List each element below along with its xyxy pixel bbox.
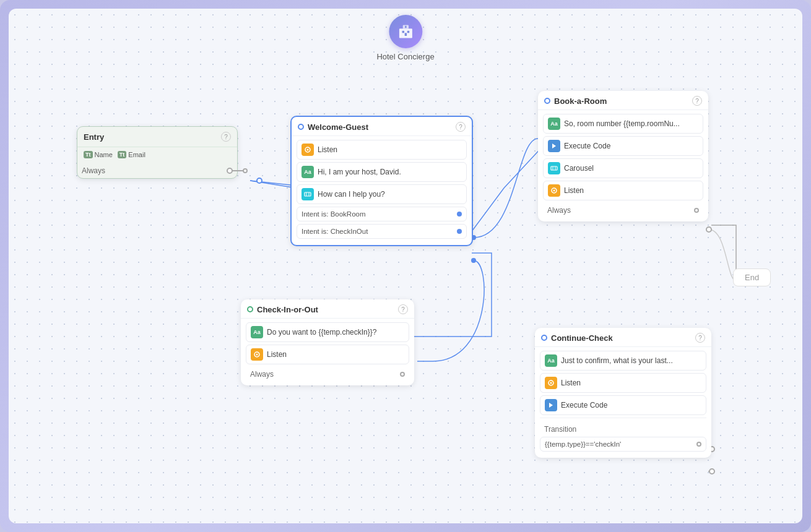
svg-point-25 bbox=[257, 178, 262, 183]
check-step-message[interactable]: Aa Do you want to {{temp.checkIn}}? bbox=[246, 322, 409, 342]
flow-icon bbox=[389, 15, 422, 48]
check-message-label: Do you want to {{temp.checkIn}}? bbox=[267, 328, 376, 337]
welcome-step-message[interactable]: Aa Hi, I am your host, David. bbox=[297, 162, 467, 182]
field-email: Tt Email bbox=[118, 151, 145, 158]
welcome-carousel-label: How can I help you? bbox=[318, 190, 385, 199]
transition-row: Transition bbox=[540, 422, 706, 437]
continue-title: Continue-Check bbox=[551, 333, 613, 343]
entry-help-icon[interactable]: ? bbox=[221, 132, 231, 142]
continue-step-message[interactable]: Aa Just to confirm, what is your last... bbox=[540, 351, 706, 371]
book-listen-label: Listen bbox=[564, 186, 584, 195]
svg-point-23 bbox=[550, 382, 552, 384]
book-step-carousel[interactable]: Carousel bbox=[543, 158, 703, 178]
svg-rect-5 bbox=[407, 31, 409, 33]
email-label: Email bbox=[128, 151, 145, 158]
welcome-help-icon[interactable]: ? bbox=[456, 122, 466, 132]
continue-dot bbox=[541, 335, 547, 341]
book-condition-label: Intent is: BookRoom bbox=[301, 210, 366, 218]
entry-fields: Tt Name Tt Email bbox=[77, 147, 237, 162]
flow-header: Hotel Concierge bbox=[376, 15, 434, 61]
check-in-out-node[interactable]: Check-In-or-Out ? Aa Do you want to {{te… bbox=[241, 299, 414, 385]
svg-point-10 bbox=[307, 149, 309, 151]
transition-condition-item[interactable]: {{temp.type}}=='checkIn' bbox=[540, 437, 706, 452]
welcome-step-carousel[interactable]: How can I help you? bbox=[297, 184, 467, 204]
continue-step-listen[interactable]: Listen bbox=[540, 373, 706, 393]
canvas-area[interactable]: Hotel Concierge Entry ? Tt Name Tt Email… bbox=[9, 9, 802, 523]
svg-point-19 bbox=[553, 190, 555, 192]
transition-condition: {{temp.type}}=='checkIn' bbox=[545, 440, 621, 448]
end-label: End bbox=[745, 273, 759, 282]
continue-execute-label: Execute Code bbox=[561, 401, 607, 410]
welcome-listen-label: Listen bbox=[318, 145, 337, 154]
check-message-icon: Aa bbox=[251, 326, 263, 338]
svg-rect-8 bbox=[405, 26, 406, 28]
check-step-listen[interactable]: Listen bbox=[246, 345, 409, 364]
field-name: Tt Name bbox=[84, 151, 113, 158]
check-listen-label: Listen bbox=[267, 350, 287, 359]
continue-listen-label: Listen bbox=[561, 379, 581, 387]
check-dot bbox=[247, 306, 253, 312]
name-field-icon: Tt bbox=[84, 151, 93, 158]
book-body: Aa So, room number {{temp.roomNu... Exec… bbox=[538, 110, 708, 221]
welcome-condition-book[interactable]: Intent is: BookRoom bbox=[297, 207, 467, 221]
book-step-listen[interactable]: Listen bbox=[543, 181, 703, 200]
hotel-icon bbox=[397, 23, 414, 40]
book-condition: Always bbox=[547, 206, 571, 215]
continue-listen-icon bbox=[545, 377, 557, 389]
check-help-icon[interactable]: ? bbox=[398, 304, 408, 314]
svg-point-21 bbox=[256, 354, 258, 356]
continue-header-left: Continue-Check bbox=[541, 333, 613, 343]
continue-execute-icon bbox=[545, 399, 557, 411]
entry-title: Entry bbox=[84, 132, 104, 142]
svg-rect-11 bbox=[305, 192, 311, 196]
book-message-label: So, room number {{temp.roomNu... bbox=[564, 119, 680, 128]
book-always-row: Always bbox=[543, 203, 703, 218]
check-always-dot bbox=[400, 372, 405, 377]
entry-always-row: Always bbox=[77, 163, 237, 178]
svg-line-0 bbox=[250, 181, 297, 188]
welcome-message-label: Hi, I am your host, David. bbox=[318, 168, 401, 176]
svg-marker-14 bbox=[552, 144, 556, 148]
book-carousel-icon bbox=[548, 162, 560, 174]
svg-point-28 bbox=[706, 227, 711, 232]
message-icon: Aa bbox=[301, 166, 314, 178]
book-message-icon: Aa bbox=[548, 118, 560, 130]
entry-condition: Always bbox=[82, 166, 105, 175]
welcome-guest-node[interactable]: Welcome-Guest ? Listen Aa Hi, I am bbox=[290, 116, 473, 246]
listen-icon bbox=[301, 144, 314, 156]
flow-title: Hotel Concierge bbox=[376, 52, 434, 61]
continue-help-icon[interactable]: ? bbox=[695, 333, 705, 343]
name-label: Name bbox=[95, 151, 113, 158]
check-header: Check-In-or-Out ? bbox=[241, 299, 414, 319]
book-step-execute[interactable]: Execute Code bbox=[543, 136, 703, 156]
welcome-step-listen[interactable]: Listen bbox=[297, 140, 467, 160]
svg-point-27 bbox=[471, 258, 476, 263]
book-always-dot bbox=[694, 208, 699, 213]
book-execute-label: Execute Code bbox=[564, 142, 610, 150]
continue-step-execute[interactable]: Execute Code bbox=[540, 395, 706, 415]
welcome-body: Listen Aa Hi, I am your host, David. How… bbox=[292, 136, 472, 245]
continue-header: Continue-Check ? bbox=[535, 328, 711, 347]
checkin-condition-dot bbox=[457, 229, 462, 234]
email-field-icon: Tt bbox=[118, 151, 127, 158]
book-help-icon[interactable]: ? bbox=[692, 96, 702, 106]
transition-condition-dot bbox=[696, 442, 701, 447]
end-node[interactable]: End bbox=[733, 268, 771, 286]
book-header-left: Book-a-Room bbox=[544, 97, 607, 106]
transition-section: Transition {{temp.type}}=='checkIn' bbox=[540, 418, 706, 452]
check-title: Check-In-or-Out bbox=[257, 305, 318, 314]
outer-frame: Hotel Concierge Entry ? Tt Name Tt Email… bbox=[0, 0, 811, 532]
welcome-condition-checkin[interactable]: Intent is: CheckInOut bbox=[297, 224, 467, 239]
entry-header: Entry ? bbox=[77, 127, 237, 147]
check-listen-icon bbox=[251, 348, 263, 361]
entry-node[interactable]: Entry ? Tt Name Tt Email Always bbox=[77, 126, 238, 179]
check-condition: Always bbox=[250, 370, 274, 379]
welcome-header-left: Welcome-Guest bbox=[298, 122, 368, 132]
welcome-dot bbox=[298, 124, 304, 130]
book-step-message[interactable]: Aa So, room number {{temp.roomNu... bbox=[543, 114, 703, 134]
continue-check-node[interactable]: Continue-Check ? Aa Just to confirm, wha… bbox=[535, 328, 711, 458]
book-listen-icon bbox=[548, 184, 560, 197]
continue-message-icon: Aa bbox=[545, 354, 557, 367]
book-a-room-node[interactable]: Book-a-Room ? Aa So, room number {{temp.… bbox=[538, 91, 708, 221]
book-title: Book-a-Room bbox=[554, 97, 607, 106]
